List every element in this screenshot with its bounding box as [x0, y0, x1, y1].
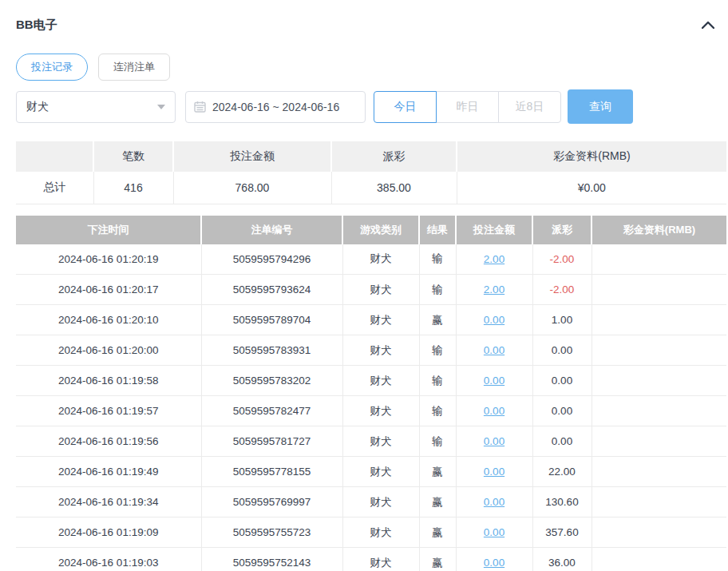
- cell-bonus: [592, 305, 726, 335]
- column-header: 游戏类别: [342, 216, 419, 244]
- bet-amount-link[interactable]: 0.00: [484, 557, 504, 569]
- calendar-icon: [194, 101, 206, 113]
- cell-bonus: [592, 244, 726, 275]
- collapse-button[interactable]: [699, 16, 717, 34]
- column-header: 笔数: [93, 141, 173, 172]
- column-header: 投注金额: [173, 141, 331, 172]
- cell-payout: 1.00: [532, 305, 592, 335]
- table-row: 2024-06-16 01:19:565059595781727财犬输0.000…: [16, 426, 726, 457]
- cell-game-type: 财犬: [342, 335, 419, 366]
- column-header: 下注时间: [16, 216, 201, 244]
- game-select-value: 财犬: [26, 100, 157, 114]
- cell-bonus: [592, 487, 726, 517]
- table-row: 2024-06-16 01:20:005059595783931财犬输0.000…: [16, 335, 726, 366]
- bet-amount-link[interactable]: 0.00: [484, 526, 504, 538]
- cell-payout: 0.00: [532, 396, 592, 426]
- bet-amount-link[interactable]: 0.00: [484, 375, 504, 387]
- cell-bonus: [592, 517, 726, 548]
- cell-game-type: 财犬: [342, 517, 419, 548]
- date-range-input[interactable]: 2024-06-16 ~ 2024-06-16: [185, 91, 366, 123]
- cell-bet-amount: 0.00: [456, 457, 532, 487]
- cell-bet-time: 2024-06-16 01:19:58: [16, 366, 201, 396]
- cell-bet-time: 2024-06-16 01:19:49: [16, 457, 201, 487]
- summary-table-header-row: 笔数投注金额派彩彩金资料(RMB): [16, 141, 726, 172]
- cell-result: 输: [419, 366, 456, 396]
- cell-bet-amount: 2.00: [456, 275, 532, 305]
- table-row: 2024-06-16 01:19:035059595752143财犬赢0.003…: [16, 548, 726, 571]
- cell-bet-time: 2024-06-16 01:19:34: [16, 487, 201, 517]
- cell-bet-number: 5059595778155: [201, 457, 342, 487]
- cell-bonus: ¥0.00: [457, 172, 726, 204]
- table-row: 2024-06-16 01:19:575059595782477财犬输0.000…: [16, 396, 726, 426]
- bet-amount-link[interactable]: 0.00: [484, 496, 504, 508]
- cell-bonus: [592, 366, 726, 396]
- cell-payout: 0.00: [532, 335, 592, 366]
- cell-count: 416: [93, 172, 173, 204]
- bet-records-table: 下注时间注单编号游戏类别结果投注金额派彩彩金资料(RMB) 2024-06-16…: [16, 216, 726, 571]
- cell-bet-time: 2024-06-16 01:20:19: [16, 244, 201, 275]
- bet-amount-link[interactable]: 0.00: [484, 314, 504, 326]
- column-header: 投注金额: [456, 216, 532, 244]
- cell-payout: 0.00: [532, 366, 592, 396]
- cell-bet-amount: 0.00: [456, 366, 532, 396]
- panel-header: BB电子: [16, 16, 728, 34]
- table-row: 2024-06-16 01:20:175059595793624财犬输2.00-…: [16, 275, 726, 305]
- cell-game-type: 财犬: [342, 548, 419, 571]
- cell-game-type: 财犬: [342, 426, 419, 457]
- bet-amount-link[interactable]: 0.00: [484, 344, 504, 356]
- quick-date-buttons: 今日 昨日 近8日: [374, 91, 561, 123]
- bet-amount-link[interactable]: 2.00: [484, 253, 504, 265]
- bet-amount-link[interactable]: 0.00: [484, 466, 504, 478]
- search-button[interactable]: 查询: [568, 89, 633, 124]
- cell-game-type: 财犬: [342, 366, 419, 396]
- game-select[interactable]: 财犬: [16, 91, 176, 123]
- cell-bet-number: 5059595783202: [201, 366, 342, 396]
- cell-bet-number: 5059595794296: [201, 244, 342, 275]
- column-header: 注单编号: [201, 216, 342, 244]
- cell-bet-time: 2024-06-16 01:19:56: [16, 426, 201, 457]
- cell-bet-time: 2024-06-16 01:19:03: [16, 548, 201, 571]
- cell-bet-amount: 0.00: [456, 335, 532, 366]
- cell-bet-time: 2024-06-16 01:19:09: [16, 517, 201, 548]
- cell-payout: 130.60: [532, 487, 592, 517]
- cell-result: 赢: [419, 548, 456, 571]
- date-range-value: 2024-06-16 ~ 2024-06-16: [212, 101, 339, 113]
- today-button[interactable]: 今日: [374, 91, 437, 123]
- tab-bet-records[interactable]: 投注记录: [16, 54, 88, 81]
- yesterday-button[interactable]: 昨日: [436, 91, 499, 123]
- cell-bet-number: 5059595783931: [201, 335, 342, 366]
- cell-bet-amount: 2.00: [456, 244, 532, 275]
- cell-bet-number: 5059595781727: [201, 426, 342, 457]
- cell-result: 赢: [419, 457, 456, 487]
- cell-game-type: 财犬: [342, 244, 419, 275]
- tab-cancelled-bets[interactable]: 连消注单: [98, 54, 170, 81]
- cell-result: 输: [419, 275, 456, 305]
- cell-bet-time: 2024-06-16 01:19:57: [16, 396, 201, 426]
- cell-payout: 0.00: [532, 426, 592, 457]
- cell-game-type: 财犬: [342, 396, 419, 426]
- records-table-header-row: 下注时间注单编号游戏类别结果投注金额派彩彩金资料(RMB): [16, 216, 726, 244]
- bet-amount-link[interactable]: 0.00: [484, 435, 504, 447]
- summary-table: 笔数投注金额派彩彩金资料(RMB) 总计416768.00385.00¥0.00: [16, 141, 726, 204]
- record-tabs: 投注记录 连消注单: [16, 54, 728, 81]
- cell-result: 赢: [419, 487, 456, 517]
- table-row: 2024-06-16 01:19:495059595778155财犬赢0.002…: [16, 457, 726, 487]
- bet-amount-link[interactable]: 2.00: [484, 284, 504, 295]
- bet-amount-link[interactable]: 0.00: [484, 405, 504, 417]
- cell-bet-time: 2024-06-16 01:20:00: [16, 335, 201, 366]
- column-header: [16, 141, 93, 172]
- last-8-days-button[interactable]: 近8日: [498, 91, 561, 123]
- cell-result: 输: [419, 335, 456, 366]
- cell-bet-number: 5059595769997: [201, 487, 342, 517]
- cell-game-type: 财犬: [342, 457, 419, 487]
- table-row: 2024-06-16 01:19:345059595769997财犬赢0.001…: [16, 487, 726, 517]
- panel-bb-dianzi: BB电子 投注记录 连消注单 财犬 2024-06-16 ~ 2024-06-1…: [0, 0, 728, 571]
- cell-bet-number: 5059595755723: [201, 517, 342, 548]
- page-title: BB电子: [16, 18, 57, 33]
- cell-bonus: [592, 426, 726, 457]
- cell-bonus: [592, 457, 726, 487]
- table-row: 2024-06-16 01:19:585059595783202财犬输0.000…: [16, 366, 726, 396]
- cell-bet-number: 5059595782477: [201, 396, 342, 426]
- cell-payout: 385.00: [331, 172, 457, 204]
- cell-game-type: 财犬: [342, 305, 419, 335]
